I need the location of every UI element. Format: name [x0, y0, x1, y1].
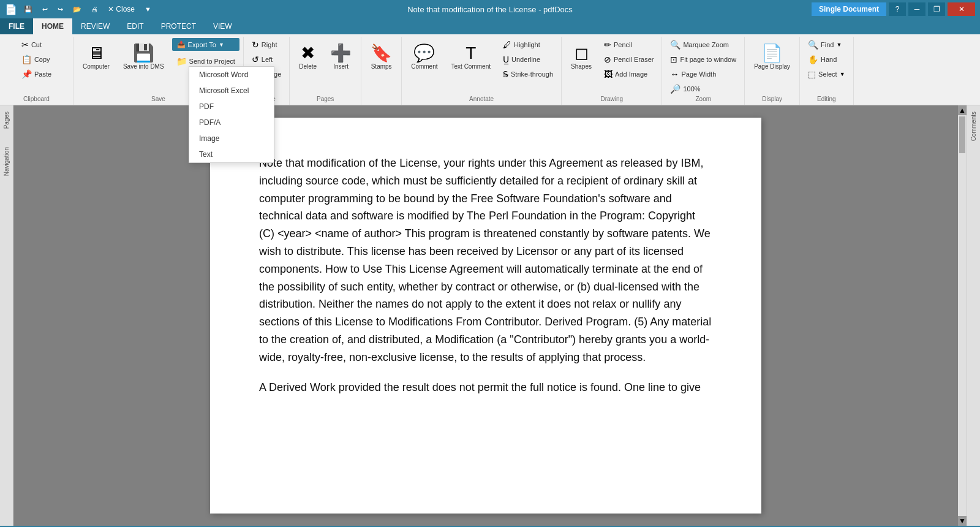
pages-group-content: ✖ Delete ➕ Insert: [293, 38, 357, 96]
text-comment-icon: T: [466, 44, 476, 63]
editing-group: 🔍 Find ▼ ✋ Hand ⬚ Select ▼ Editing: [800, 37, 854, 105]
annotate-label: Annotate: [469, 96, 494, 104]
underline-button[interactable]: U̲ Underline: [499, 53, 557, 66]
open-btn[interactable]: 📂: [70, 4, 85, 15]
pages-panel-label: Pages: [3, 112, 10, 129]
pencil-eraser-button[interactable]: ⊘ Pencil Eraser: [600, 53, 658, 66]
stamps-button[interactable]: 🔖 Stamps: [365, 38, 398, 75]
ribbon: ✂ Cut 📋 Copy 📌 Paste Clipboard 🖥 Compute…: [0, 34, 980, 105]
clipboard-group: ✂ Cut 📋 Copy 📌 Paste Clipboard: [0, 37, 74, 105]
zoom-percent-button[interactable]: 🔎 100%: [666, 82, 741, 96]
tab-edit[interactable]: EDIT: [118, 18, 152, 34]
tab-home[interactable]: HOME: [33, 18, 72, 34]
display-label: Display: [762, 96, 782, 104]
title-bar-controls: Single Document ? ─ ❐ ✕: [812, 2, 975, 16]
clipboard-col: ✂ Cut 📋 Copy 📌 Paste: [17, 38, 56, 81]
export-image[interactable]: Image: [189, 131, 274, 146]
help-button[interactable]: ?: [889, 2, 906, 16]
add-image-icon: 🖼: [604, 69, 612, 79]
export-pdfa[interactable]: PDF/A: [189, 115, 274, 131]
export-word[interactable]: Microsoft Word: [189, 67, 274, 83]
marquee-zoom-icon: 🔍: [670, 40, 680, 50]
cut-button[interactable]: ✂ Cut: [17, 38, 56, 51]
paste-button[interactable]: 📌 Paste: [17, 67, 56, 81]
select-dropdown-arrow: ▼: [840, 71, 845, 77]
drawing-col: ✏ Pencil ⊘ Pencil Eraser 🖼 Add Image: [600, 38, 658, 81]
copy-button[interactable]: 📋 Copy: [17, 53, 56, 66]
scroll-thumb[interactable]: [959, 116, 965, 153]
save-dms-button[interactable]: 💾 Save into DMS: [118, 38, 170, 75]
annotate-group: 💬 Comment T Text Comment 🖊 Highlight U̲ …: [402, 37, 562, 105]
export-icon: 📤: [177, 40, 186, 48]
highlight-icon: 🖊: [503, 40, 511, 50]
text-comment-button[interactable]: T Text Comment: [446, 38, 496, 75]
pencil-icon: ✏: [604, 40, 611, 50]
copy-icon: 📋: [21, 55, 32, 64]
tab-view[interactable]: VIEW: [205, 18, 241, 34]
vertical-scrollbar[interactable]: ▲ ▼: [958, 105, 967, 526]
single-doc-button[interactable]: Single Document: [812, 2, 886, 16]
tab-bar: FILE HOME REVIEW EDIT PROTECT VIEW: [0, 18, 980, 34]
zoom-col: 🔍 Marquee Zoom ⊡ Fit page to window ↔ Pa…: [666, 38, 741, 96]
shapes-icon: ◻: [575, 43, 589, 63]
page-display-button[interactable]: 📄 Page Display: [748, 38, 796, 75]
close-button[interactable]: ✕: [948, 2, 975, 16]
zoom-label: Zoom: [696, 96, 712, 104]
comment-icon: 💬: [413, 43, 435, 63]
computer-button[interactable]: 🖥 Computer: [77, 38, 115, 75]
fit-page-button[interactable]: ⊡ Fit page to window: [666, 53, 741, 66]
title-bar: 📄 💾 ↩ ↪ 📂 🖨 ✕ Close ▼ Note that modifica…: [0, 0, 980, 18]
hand-button[interactable]: ✋ Hand: [804, 53, 850, 66]
save-quick-btn[interactable]: 💾: [21, 4, 36, 15]
restore-button[interactable]: ❐: [928, 2, 945, 16]
editing-group-content: 🔍 Find ▼ ✋ Hand ⬚ Select ▼: [804, 38, 850, 96]
doc-paragraph-1: Note that modification of the License, y…: [259, 154, 712, 366]
comment-button[interactable]: 💬 Comment: [405, 38, 443, 75]
drawing-group-content: ◻ Shapes ✏ Pencil ⊘ Pencil Eraser 🖼 Add …: [565, 38, 658, 96]
insert-button[interactable]: ➕ Insert: [325, 38, 357, 75]
pages-group: ✖ Delete ➕ Insert Pages: [290, 37, 361, 105]
rotate-right-icon: ↻: [252, 40, 259, 50]
page-width-icon: ↔: [670, 69, 679, 79]
shapes-button[interactable]: ◻ Shapes: [565, 38, 597, 75]
doc-paragraph-2: A Derived Work provided the result does …: [259, 379, 712, 396]
customize-btn[interactable]: ▼: [141, 4, 154, 14]
export-to-button[interactable]: 📤 Export To ▼: [172, 38, 239, 51]
find-button[interactable]: 🔍 Find ▼: [804, 38, 850, 51]
annotate-col: 🖊 Highlight U̲ Underline S̶ Strike-throu…: [499, 38, 557, 81]
find-icon: 🔍: [808, 40, 818, 50]
print-btn[interactable]: 🖨: [88, 4, 101, 14]
cut-icon: ✂: [21, 40, 29, 50]
export-pdf[interactable]: PDF: [189, 99, 274, 115]
pencil-button[interactable]: ✏ Pencil: [600, 38, 658, 51]
display-group-content: 📄 Page Display: [748, 38, 796, 96]
minimize-button[interactable]: ─: [908, 2, 925, 16]
delete-button[interactable]: ✖ Delete: [293, 38, 322, 75]
close-quick-btn[interactable]: ✕ Close: [105, 4, 138, 15]
tab-review[interactable]: REVIEW: [72, 18, 118, 34]
tab-file[interactable]: FILE: [0, 18, 33, 34]
tab-protect[interactable]: PROTECT: [153, 18, 205, 34]
annotate-group-content: 💬 Comment T Text Comment 🖊 Highlight U̲ …: [405, 38, 557, 96]
undo-btn[interactable]: ↩: [39, 4, 51, 15]
export-excel[interactable]: Microsoft Excel: [189, 83, 274, 99]
clipboard-label: Clipboard: [23, 96, 50, 104]
select-button[interactable]: ⬚ Select ▼: [804, 67, 850, 81]
display-group: 📄 Page Display Display: [745, 37, 800, 105]
page-width-button[interactable]: ↔ Page Width: [666, 67, 741, 81]
rotate-right-button[interactable]: ↻ Right: [247, 38, 285, 51]
redo-btn[interactable]: ↪: [55, 4, 66, 15]
marquee-zoom-button[interactable]: 🔍 Marquee Zoom: [666, 38, 741, 51]
scroll-down-btn[interactable]: ▼: [958, 516, 967, 526]
editing-label: Editing: [817, 96, 836, 104]
highlight-button[interactable]: 🖊 Highlight: [499, 38, 557, 51]
add-image-button[interactable]: 🖼 Add Image: [600, 67, 658, 81]
title-bar-left: 📄 💾 ↩ ↪ 📂 🖨 ✕ Close ▼: [5, 4, 154, 15]
page-display-icon: 📄: [761, 43, 783, 63]
strikethrough-icon: S̶: [503, 69, 508, 79]
export-text[interactable]: Text: [189, 146, 274, 162]
rotate-left-button[interactable]: ↺ Left: [247, 53, 285, 66]
scroll-up-btn[interactable]: ▲: [958, 105, 967, 115]
paste-icon: 📌: [21, 69, 32, 79]
strikethrough-button[interactable]: S̶ Strike-through: [499, 67, 557, 81]
